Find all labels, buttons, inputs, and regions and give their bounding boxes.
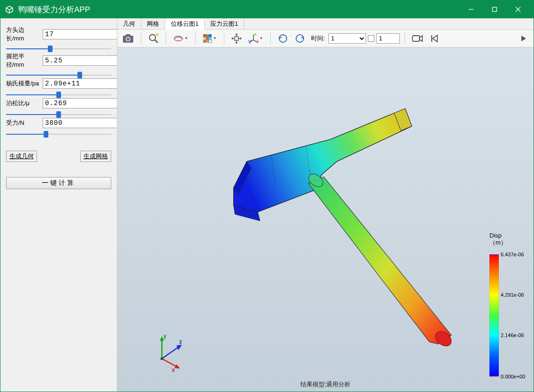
legend-color-bar: [489, 254, 499, 377]
time-spinner[interactable]: [376, 33, 400, 44]
coordinate-triad: y x z: [145, 331, 188, 373]
app-icon: [4, 4, 15, 15]
screenshot-button[interactable]: [120, 31, 136, 46]
svg-line-9: [155, 40, 158, 43]
svg-point-8: [150, 34, 156, 40]
legend-title-1: Disp: [489, 232, 502, 239]
param-input-2[interactable]: [43, 78, 127, 89]
legend-title-2: （m）: [489, 239, 507, 246]
animation-first-frame-button[interactable]: [427, 31, 442, 46]
param-label-0: 方头边长/mm: [6, 26, 40, 43]
param-slider-0[interactable]: [6, 46, 111, 52]
time-select[interactable]: 1: [328, 33, 366, 44]
param-label-2: 杨氏模量/pa: [6, 79, 40, 88]
tab-2[interactable]: 位移云图1: [165, 19, 205, 30]
tab-0[interactable]: 几何: [117, 18, 141, 29]
svg-rect-5: [126, 34, 130, 37]
legend-tick-2: 2.146e-06: [501, 332, 524, 338]
compute-button[interactable]: 一键计算: [6, 177, 111, 189]
svg-point-7: [127, 38, 130, 41]
svg-point-49: [160, 357, 163, 360]
svg-rect-16: [209, 37, 212, 40]
legend-tick-1: 4.291e-06: [501, 292, 524, 298]
close-button[interactable]: [506, 0, 530, 18]
svg-rect-1: [493, 8, 497, 12]
svg-rect-19: [209, 40, 212, 43]
generate-mesh-button[interactable]: 生成网格: [80, 151, 111, 162]
svg-rect-20: [235, 37, 238, 40]
main-area: 几何网格位移云图1应力云图1 ▼ ▼ zx: [117, 18, 534, 392]
svg-marker-47: [176, 345, 182, 350]
param-label-4: 受力/N: [6, 119, 40, 127]
svg-text:z: z: [254, 33, 257, 37]
tab-1[interactable]: 网格: [141, 18, 165, 29]
param-label-1: 握把半径/mm: [6, 52, 40, 69]
param-input-0[interactable]: [43, 29, 127, 39]
minimize-button[interactable]: [459, 0, 483, 18]
animation-play-button[interactable]: [517, 31, 531, 46]
legend-tick-3: 0.000e+00: [501, 374, 525, 379]
param-input-1[interactable]: [43, 55, 127, 66]
tab-3[interactable]: 应力云图1: [205, 18, 244, 29]
hammer-model: [174, 76, 474, 357]
param-slider-3[interactable]: [6, 111, 111, 118]
param-label-3: 泊松比/μ: [6, 99, 40, 108]
app-title: 鸭嘴锤受力分析APP: [18, 4, 90, 15]
svg-text:x: x: [172, 367, 175, 373]
svg-text:z: z: [179, 338, 182, 345]
svg-line-46: [162, 346, 179, 359]
svg-line-43: [162, 359, 177, 367]
viewport-toolbar: ▼ ▼ zxy ▼ 时间: 1: [117, 30, 534, 47]
svg-marker-37: [308, 177, 451, 344]
svg-rect-13: [209, 34, 212, 37]
param-slider-2[interactable]: [6, 92, 111, 98]
param-input-4[interactable]: [43, 118, 127, 128]
svg-rect-15: [206, 37, 209, 40]
generate-geometry-button[interactable]: 生成几何: [6, 151, 37, 162]
3d-viewport[interactable]: y x z 结果模型:通用分析 Disp（m） 6.437e-064.291e-…: [117, 47, 534, 392]
svg-rect-17: [203, 40, 206, 43]
tab-bar: 几何网格位移云图1应力云图1: [117, 18, 534, 30]
svg-marker-44: [175, 364, 180, 369]
legend-tick-0: 6.437e-06: [501, 252, 524, 257]
color-table-button[interactable]: ▼: [200, 31, 219, 46]
svg-rect-11: [203, 34, 206, 37]
param-input-3[interactable]: [43, 98, 127, 108]
zoom-button[interactable]: [146, 31, 161, 46]
svg-rect-14: [203, 37, 206, 40]
svg-text:x: x: [257, 38, 259, 44]
color-legend: Disp（m） 6.437e-064.291e-062.146e-060.000…: [485, 232, 532, 382]
param-slider-4[interactable]: [6, 131, 111, 138]
param-slider-1[interactable]: [6, 72, 111, 78]
svg-rect-18: [206, 40, 209, 43]
parameter-panel: 方头边长/mm 握把半径/mm 杨氏模量/pa 泊松比/μ: [0, 18, 117, 392]
rotate-cw-button[interactable]: [292, 31, 307, 46]
time-checkbox[interactable]: [368, 35, 374, 42]
axis-orientation-button[interactable]: zxy ▼: [246, 31, 266, 46]
animation-record-button[interactable]: [410, 31, 426, 46]
svg-rect-12: [206, 34, 209, 37]
svg-rect-29: [412, 36, 420, 41]
time-label: 时间:: [309, 34, 327, 43]
maximize-button[interactable]: [483, 0, 506, 18]
rotate-ccw-button[interactable]: [275, 31, 290, 46]
svg-text:y: y: [163, 333, 167, 339]
pan-button[interactable]: [229, 31, 244, 46]
title-bar: 鸭嘴锤受力分析APP: [0, 0, 534, 18]
clip-plane-button[interactable]: ▼: [171, 31, 191, 46]
svg-text:y: y: [248, 38, 252, 44]
viewport-status-text: 结果模型:通用分析: [300, 380, 351, 389]
